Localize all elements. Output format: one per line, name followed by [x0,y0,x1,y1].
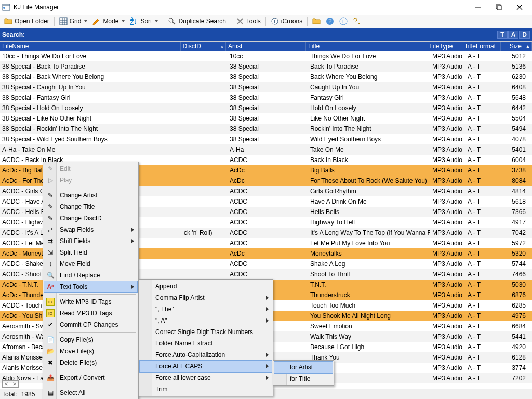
tad-a-button[interactable]: A [508,31,519,39]
svg-point-1 [3,7,5,9]
menu-export[interactable]: 📤Export / Convert [44,372,137,383]
cell: A - T [466,271,504,278]
toolbar-icon-3[interactable]: i [337,16,350,26]
toolbar-icon-2[interactable]: ? [324,16,336,26]
menu-shift-fields[interactable]: ⇉Shift Fields [44,235,137,247]
horizontal-scroll-hint[interactable]: < > [2,380,19,388]
menu-swap-fields[interactable]: ⇄Swap Fields [44,224,137,235]
table-row[interactable]: 38 Special - Back Where You Belong38 Spe… [0,72,532,82]
cell: A - T [466,281,504,288]
close-button[interactable] [509,0,530,15]
menu-commit-cp[interactable]: ✔Commit CP Changes [44,319,137,330]
menu-move-field[interactable]: ↕Move Field [44,258,137,270]
menu-move-files[interactable]: 📂Move File(s) [44,345,137,357]
cell: 5744 [504,260,528,268]
cell: 6408 [504,84,528,91]
cell: Take On Me [308,146,430,153]
menu-auto-cap[interactable]: Force Auto-Capitalization [140,349,272,361]
open-folder-button[interactable]: Open Folder [2,16,51,26]
toolbar-icon-1[interactable] [310,16,323,26]
menu-all-lower[interactable]: Force all lower case [140,372,272,383]
table-row[interactable]: 38 Special - Like No Other Night38 Speci… [0,113,532,124]
help-icon: ? [326,17,334,25]
info-icon: i [271,17,279,25]
cell: A - T [466,302,504,309]
tad-d-button[interactable]: D [519,31,530,39]
menu-read-id3[interactable]: IDRead MP3 ID Tags [44,308,137,319]
menu-folder-extract[interactable]: Folder Name Extract [140,338,272,349]
menu-append[interactable]: Append [140,281,272,292]
table-row[interactable]: 38 Special - Rockin' Into The Night38 Sp… [0,124,532,134]
table-row[interactable]: 10cc - Things We Do For Love10ccThings W… [0,51,532,61]
menu-for-title[interactable]: for Title [274,373,332,384]
scroll-right-button[interactable]: > [10,381,18,387]
cell: 6684 [504,323,528,330]
cell: A - T [466,343,504,351]
table-row[interactable]: 38 Special - Back To Paradise38 SpecialB… [0,61,532,72]
menu-edit[interactable]: ✎Edit [44,163,137,175]
separator [307,17,308,26]
scroll-left-button[interactable]: < [3,381,10,387]
cell: 5972 [504,240,528,247]
table-row[interactable]: 38 Special - Hold On Loosely38 SpecialHo… [0,103,532,113]
toolbar-icon-4[interactable] [351,16,363,26]
menu-all-caps[interactable]: Force ALL CAPS [140,361,272,372]
mode-button[interactable]: Mode [90,16,127,26]
column-filetype[interactable]: FileType [427,42,462,51]
icroons-button[interactable]: i iCroons [269,16,304,26]
column-filename[interactable]: FileName [0,42,181,51]
menu-select-all[interactable]: ▤Select All [44,387,137,398]
delete-icon: ✖ [46,358,55,367]
menu-copy-files[interactable]: 📄Copy File(s) [44,334,137,345]
sort-label: Sort [140,18,152,25]
menu-correct-track[interactable]: Correct Single Digit Track Numbers [140,326,272,338]
svg-text:Z: Z [130,19,134,25]
sort-button[interactable]: AZ Sort [128,16,160,26]
column-discid[interactable]: DiscID▵ [181,42,226,51]
play-icon: ▷ [46,176,55,184]
cell: MP3 Audio [430,281,466,288]
chevron-right-icon [266,353,269,357]
table-row[interactable]: 38 Special - Caught Up In You38 SpecialC… [0,82,532,92]
tad-t-button[interactable]: T [497,31,507,39]
menu-write-id3[interactable]: IDWrite MP3 ID Tags [44,296,137,308]
cell: MP3 Audio [430,354,466,361]
menu-trim[interactable]: Trim [140,383,272,395]
menu-a[interactable]: ", A" [140,315,272,326]
column-size[interactable]: Size [501,42,524,51]
tools-button[interactable]: Tools [234,16,263,26]
cell: Rockin' Into The Night [308,125,430,132]
cell: 38 Special [228,94,308,101]
folder-icon [312,17,321,25]
menu-change-discid[interactable]: ✎Change DiscID [44,212,137,224]
cell: MP3 Audio [430,104,466,112]
menu-split-field[interactable]: ⇲Split Field [44,247,137,258]
menu-find-replace[interactable]: 🔍Find / Replace [44,270,137,281]
cell: AcDc [228,250,308,257]
menu-change-title[interactable]: ✎Change Title [44,201,137,212]
menu-change-artist[interactable]: ✎Change Artist [44,190,137,201]
grid-button[interactable]: Grid [57,16,90,26]
maximize-button[interactable] [488,0,509,15]
cell: 4814 [504,188,528,195]
menu-play[interactable]: ▷Play [44,175,137,186]
duplicate-search-button[interactable]: Duplicate Search [166,16,228,26]
menu-delete-files[interactable]: ✖Delete File(s) [44,357,137,368]
column-scrollbar-head[interactable]: ▴ [524,42,532,51]
table-row[interactable]: 38 Special - Fantasy Girl38 SpecialFanta… [0,92,532,103]
column-titleformat[interactable]: TitleFormat [462,42,501,51]
menu-comma-flip[interactable]: Comma Flip Artist [140,292,272,303]
window-title: KJ File Manager [14,4,468,11]
menu-the[interactable]: ", The" [140,303,272,315]
column-artist[interactable]: Artist [226,42,306,51]
table-row[interactable]: A-Ha - Take On MeA-HaTake On MeMP3 Audio… [0,144,532,155]
cell: Girls GotRhythm [308,188,430,195]
menu-text-tools[interactable]: AªText Tools [44,281,137,292]
table-row[interactable]: 38 Special - Wild Eyed Southern Boys38 S… [0,134,532,144]
minimize-button[interactable] [468,0,488,15]
column-title[interactable]: Title [306,42,427,51]
cell: A - T [466,250,504,257]
chevron-down-icon [122,20,125,22]
search-icon [168,17,176,25]
menu-for-artist[interactable]: for Artist [274,362,332,373]
